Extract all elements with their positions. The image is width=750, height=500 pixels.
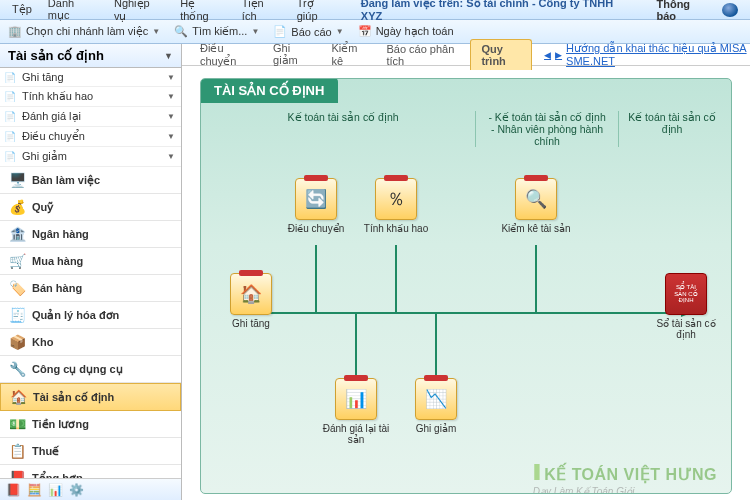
nav-next-icon[interactable]: ▶	[555, 50, 562, 60]
nav-label: Quỹ	[32, 201, 54, 214]
globe-icon	[722, 3, 738, 17]
toolbar-branch[interactable]: 🏢Chọn chi nhánh làm việc▼	[8, 25, 160, 39]
content-area: Điều chuyển Ghi giảm Kiểm kê Báo cáo phâ…	[182, 44, 750, 500]
nav-item-4[interactable]: 🏷️Bán hàng	[0, 275, 181, 302]
book-icon: SỔ TÀI SẢN CỐ ĐỊNH	[665, 273, 707, 315]
nav-item-9[interactable]: 💵Tiền lương	[0, 411, 181, 438]
nav-list: 🖥️Bàn làm việc💰Quỹ🏦Ngân hàng🛒Mua hàng🏷️B…	[0, 167, 181, 478]
nav-item-3[interactable]: 🛒Mua hàng	[0, 248, 181, 275]
dieu-chuyen-icon: 🔄	[295, 178, 337, 220]
node-kiem-ke[interactable]: 🔍 Kiểm kê tài sản	[496, 178, 576, 234]
danh-gia-icon: 📊	[335, 378, 377, 420]
nav-icon: 📋	[8, 442, 26, 460]
help-link[interactable]: ◀ ▶ Hướng dẫn khai thác hiệu quả MISA SM…	[544, 42, 750, 67]
nav-label: Kho	[32, 336, 53, 348]
notification-button[interactable]: Thông báo	[640, 0, 746, 26]
nav-label: Thuế	[32, 445, 59, 458]
menu-tep[interactable]: Tệp	[4, 1, 40, 18]
nav-label: Ngân hàng	[32, 228, 89, 240]
nav-prev-icon[interactable]: ◀	[544, 50, 551, 60]
node-ghi-tang[interactable]: 🏠 Ghi tăng	[211, 273, 291, 329]
nav-item-1[interactable]: 💰Quỹ	[0, 194, 181, 221]
nav-label: Công cụ dụng cụ	[32, 363, 123, 376]
menu-bar: Tệp Danh mục Nghiệp vụ Hệ thống Tiện ích…	[0, 0, 750, 20]
nav-item-6[interactable]: 📦Kho	[0, 329, 181, 356]
toolbar-search[interactable]: 🔍Tìm kiếm...▼	[174, 25, 259, 39]
khau-hao-icon: ％	[375, 178, 417, 220]
footer-icon[interactable]: 📊	[48, 483, 63, 497]
nav-icon: 💰	[8, 198, 26, 216]
nav-icon: 🖥️	[8, 171, 26, 189]
sidebar-title[interactable]: Tài sản cố định▼	[0, 44, 181, 68]
nav-item-2[interactable]: 🏦Ngân hàng	[0, 221, 181, 248]
node-tinh-khau-hao[interactable]: ％ Tính khấu hao	[356, 178, 436, 234]
nav-item-10[interactable]: 📋Thuế	[0, 438, 181, 465]
nav-icon: 🏦	[8, 225, 26, 243]
nav-item-7[interactable]: 🔧Công cụ dụng cụ	[0, 356, 181, 383]
nav-icon: 🛒	[8, 252, 26, 270]
nav-icon: 💵	[8, 415, 26, 433]
toolbar-report[interactable]: 📄Báo cáo▼	[273, 25, 343, 39]
logo-icon: ll	[533, 460, 537, 485]
col-header-2: - Kế toán tài sản cố định - Nhân viên ph…	[476, 111, 619, 147]
sub-ghi-giam[interactable]: Ghi giảm▼	[0, 147, 181, 167]
sub-dieu-chuyen[interactable]: Điều chuyển▼	[0, 127, 181, 147]
col-header-3: Kế toán tài sản cố định	[619, 111, 721, 147]
tab-bao-cao[interactable]: Báo cáo phân tích	[376, 40, 468, 70]
nav-label: Bàn làm việc	[32, 174, 100, 187]
panel-title: TÀI SẢN CỐ ĐỊNH	[200, 78, 338, 103]
menu-nghiepvu[interactable]: Nghiệp vụ	[106, 0, 172, 25]
nav-icon: 🧾	[8, 306, 26, 324]
menu-danhmuc[interactable]: Danh mục	[40, 0, 106, 24]
nav-item-5[interactable]: 🧾Quản lý hóa đơn	[0, 302, 181, 329]
kiem-ke-icon: 🔍	[515, 178, 557, 220]
sidebar-sublist: Ghi tăng▼ Tính khấu hao▼ Đánh giá lại▼ Đ…	[0, 68, 181, 167]
watermark: ll KẾ TOÁN VIỆT HƯNG Dạy Làm Kế Toán Giỏ…	[533, 460, 717, 494]
calendar-icon: 📅	[358, 25, 372, 39]
col-header-1: Kế toán tài sản cố định	[211, 111, 476, 147]
toolbar-date[interactable]: 📅Ngày hạch toán	[358, 25, 454, 39]
columns-header: Kế toán tài sản cố định - Kế toán tài sả…	[201, 103, 731, 153]
nav-icon: 🔧	[8, 360, 26, 378]
building-icon: 🏢	[8, 25, 22, 39]
menu-hethong[interactable]: Hệ thống	[172, 0, 234, 25]
footer-icon[interactable]: 🧮	[27, 483, 42, 497]
nav-icon: 🏷️	[8, 279, 26, 297]
node-ghi-giam[interactable]: 📉 Ghi giảm	[396, 378, 476, 434]
nav-label: Tiền lương	[32, 418, 89, 431]
nav-label: Quản lý hóa đơn	[32, 309, 119, 322]
nav-label: Tài sản cố định	[33, 391, 114, 404]
sidebar-footer: 📕 🧮 📊 ⚙️	[0, 478, 181, 500]
node-so-tai-san[interactable]: SỔ TÀI SẢN CỐ ĐỊNH Sổ tài sản cố định	[646, 273, 726, 340]
nav-label: Bán hàng	[32, 282, 82, 294]
search-icon: 🔍	[174, 25, 188, 39]
menu-trogiup[interactable]: Trợ giúp	[289, 0, 345, 24]
workflow-panel: TÀI SẢN CỐ ĐỊNH Kế toán tài sản cố định …	[200, 78, 732, 494]
tab-bar: Điều chuyển Ghi giảm Kiểm kê Báo cáo phâ…	[182, 44, 750, 66]
nav-item-11[interactable]: 📕Tổng hợp	[0, 465, 181, 478]
ghi-tang-icon: 🏠	[230, 273, 272, 315]
sub-ghi-tang[interactable]: Ghi tăng▼	[0, 68, 181, 87]
nav-label: Mua hàng	[32, 255, 83, 267]
sub-tinh-khau-hao[interactable]: Tính khấu hao▼	[0, 87, 181, 107]
report-icon: 📄	[273, 25, 287, 39]
nav-icon: 📕	[8, 469, 26, 478]
sub-danh-gia-lai[interactable]: Đánh giá lại▼	[0, 107, 181, 127]
nav-icon: 📦	[8, 333, 26, 351]
menu-tienich[interactable]: Tiện ích	[234, 0, 289, 24]
footer-icon[interactable]: ⚙️	[69, 483, 84, 497]
sidebar: Tài sản cố định▼ Ghi tăng▼ Tính khấu hao…	[0, 44, 182, 500]
nav-item-8[interactable]: 🏠Tài sản cố định	[0, 383, 181, 411]
ghi-giam-icon: 📉	[415, 378, 457, 420]
working-status: Đang làm việc trên: Sổ tài chính - Công …	[353, 0, 641, 24]
node-dieu-chuyen[interactable]: 🔄 Điều chuyển	[276, 178, 356, 234]
footer-icon[interactable]: 📕	[6, 483, 21, 497]
nav-icon: 🏠	[9, 388, 27, 406]
nav-item-0[interactable]: 🖥️Bàn làm việc	[0, 167, 181, 194]
node-danh-gia-lai[interactable]: 📊 Đánh giá lại tài sản	[316, 378, 396, 445]
